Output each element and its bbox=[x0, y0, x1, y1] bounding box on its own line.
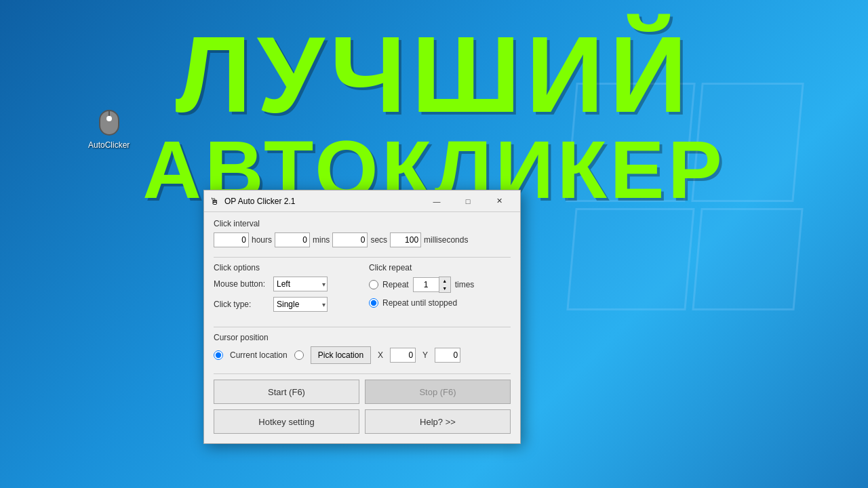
close-button[interactable]: ✕ bbox=[484, 195, 515, 208]
spinner-buttons: ▲ ▼ bbox=[439, 277, 451, 293]
y-input[interactable] bbox=[435, 348, 460, 363]
click-repeat-section: Click repeat Repeat ▲ ▼ times bbox=[369, 263, 511, 317]
click-repeat-label: Click repeat bbox=[369, 263, 511, 272]
divider-1 bbox=[214, 257, 511, 258]
window-title: OP Auto Clicker 2.1 bbox=[224, 197, 296, 206]
times-label: times bbox=[455, 280, 475, 289]
mins-input[interactable] bbox=[275, 232, 310, 247]
divider-2 bbox=[214, 327, 511, 327]
mouse-button-select[interactable]: Left Right Middle bbox=[273, 277, 328, 291]
click-type-select[interactable]: Single Double bbox=[273, 297, 328, 312]
svg-point-2 bbox=[106, 116, 112, 121]
app-window: 🖱 OP Auto Clicker 2.1 — □ ✕ Click interv… bbox=[203, 190, 521, 444]
click-options-label: Click options bbox=[214, 263, 355, 272]
bottom-buttons: Start (F6) Stop (F6) Hotkey setting Help… bbox=[214, 380, 511, 434]
spinner-up-button[interactable]: ▲ bbox=[439, 277, 450, 285]
pick-location-radio[interactable] bbox=[294, 350, 304, 360]
window-content: Click interval hours mins secs milliseco… bbox=[204, 212, 520, 443]
mins-label: mins bbox=[313, 235, 330, 245]
divider-3 bbox=[214, 373, 511, 374]
repeat-spinner: ▲ ▼ bbox=[413, 277, 451, 293]
app-icon: 🖱 bbox=[210, 196, 220, 207]
repeat-until-stopped-label: Repeat until stopped bbox=[382, 298, 457, 308]
help-button[interactable]: Help? >> bbox=[365, 409, 511, 434]
current-location-label: Current location bbox=[230, 350, 288, 360]
current-location-radio[interactable] bbox=[214, 350, 223, 360]
options-repeat-row: Click options Mouse button: Left Right M… bbox=[214, 263, 511, 317]
y-label: Y bbox=[422, 350, 428, 360]
secs-label: secs bbox=[370, 235, 387, 245]
mouse-button-label: Mouse button: bbox=[214, 279, 268, 289]
cursor-row: Current location Pick location X Y bbox=[214, 346, 511, 364]
autoclicker-icon bbox=[93, 105, 125, 138]
click-type-select-wrapper: Single Double bbox=[273, 297, 328, 312]
stop-button[interactable]: Stop (F6) bbox=[365, 380, 511, 404]
ms-label: milliseconds bbox=[424, 235, 468, 245]
click-interval-label: Click interval bbox=[214, 219, 511, 228]
mouse-button-row: Mouse button: Left Right Middle bbox=[214, 277, 355, 291]
click-options-section: Click options Mouse button: Left Right M… bbox=[214, 263, 355, 317]
x-label: X bbox=[378, 350, 383, 360]
ru-text-line1: ЛУЧШИЙ bbox=[176, 20, 693, 129]
repeat-until-stopped-radio[interactable] bbox=[369, 298, 378, 308]
pick-location-button[interactable]: Pick location bbox=[311, 346, 371, 364]
hours-label: hours bbox=[252, 235, 272, 245]
repeat-until-stopped-row: Repeat until stopped bbox=[369, 298, 511, 308]
cursor-position-section: Cursor position Current location Pick lo… bbox=[214, 333, 511, 364]
hours-input[interactable] bbox=[214, 232, 249, 247]
ms-input[interactable] bbox=[390, 232, 421, 247]
x-input[interactable] bbox=[390, 348, 416, 363]
repeat-times-input[interactable] bbox=[413, 277, 439, 292]
click-type-row: Click type: Single Double bbox=[214, 297, 355, 312]
hotkey-button[interactable]: Hotkey setting bbox=[214, 409, 359, 434]
click-interval-section: Click interval hours mins secs milliseco… bbox=[214, 219, 511, 247]
cursor-position-label: Cursor position bbox=[214, 333, 511, 342]
window-controls: — □ ✕ bbox=[421, 195, 515, 208]
repeat-radio[interactable] bbox=[369, 280, 378, 289]
desktop-icon-autoclicker[interactable]: AutoClicker bbox=[88, 105, 130, 150]
secs-input[interactable] bbox=[332, 232, 368, 247]
title-bar: 🖱 OP Auto Clicker 2.1 — □ ✕ bbox=[204, 190, 520, 212]
maximize-button[interactable]: □ bbox=[452, 195, 484, 208]
click-type-label: Click type: bbox=[214, 300, 268, 309]
start-button[interactable]: Start (F6) bbox=[214, 380, 359, 404]
interval-row: hours mins secs milliseconds bbox=[214, 232, 511, 247]
repeat-label: Repeat bbox=[382, 280, 409, 289]
repeat-row: Repeat ▲ ▼ times bbox=[369, 277, 511, 293]
desktop-icon-label: AutoClicker bbox=[88, 140, 130, 150]
title-bar-left: 🖱 OP Auto Clicker 2.1 bbox=[210, 196, 296, 207]
mouse-button-select-wrapper: Left Right Middle bbox=[273, 277, 328, 291]
minimize-button[interactable]: — bbox=[421, 195, 452, 208]
spinner-down-button[interactable]: ▼ bbox=[439, 285, 450, 292]
